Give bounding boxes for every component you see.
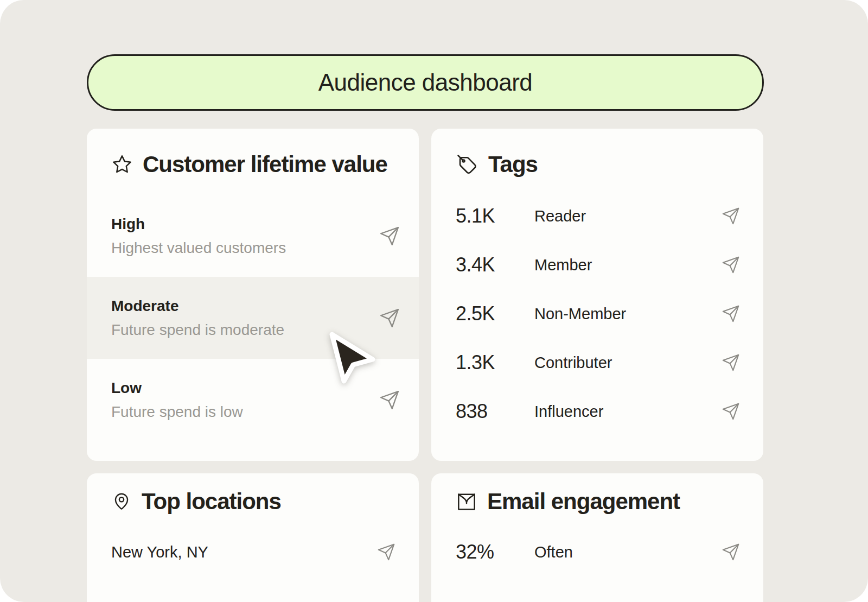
page-title: Audience dashboard <box>318 69 533 96</box>
tag-count: 838 <box>456 400 534 423</box>
customer-lifetime-value-card: Customer lifetime value High Highest val… <box>87 129 419 461</box>
locations-list: New York, NY <box>87 528 419 576</box>
tags-card: Tags 5.1K Reader 3.4K Member 2.5K Non-Me… <box>431 129 763 461</box>
clv-item-text: Moderate Future spend is moderate <box>111 297 284 339</box>
tag-row-influencer[interactable]: 838 Influencer <box>431 387 763 436</box>
email-list: 32% Often <box>431 528 763 576</box>
clv-item-text: High Highest valued customers <box>111 215 286 257</box>
clv-item-description: Future spend is low <box>111 403 243 421</box>
send-icon[interactable] <box>722 543 740 561</box>
tag-name: Influencer <box>534 403 722 421</box>
send-icon[interactable] <box>379 226 400 246</box>
card-title: Top locations <box>142 490 281 514</box>
tags-list: 5.1K Reader 3.4K Member 2.5K Non-Member … <box>431 192 763 436</box>
clv-item-low[interactable]: Low Future spend is low <box>87 359 419 441</box>
send-icon[interactable] <box>379 308 400 328</box>
map-pin-icon <box>111 491 132 512</box>
star-icon <box>111 154 133 175</box>
card-header: Tags <box>431 129 763 176</box>
tag-count: 2.5K <box>456 302 534 325</box>
clv-item-description: Future spend is moderate <box>111 321 284 339</box>
clv-item-label: High <box>111 215 286 233</box>
card-header: Email engagement <box>431 473 763 514</box>
clv-item-description: Highest valued customers <box>111 239 286 257</box>
send-icon[interactable] <box>722 305 740 323</box>
tag-name: Member <box>534 256 722 274</box>
clv-list: High Highest valued customers Moderate F… <box>87 195 419 441</box>
email-row-often[interactable]: 32% Often <box>431 528 763 576</box>
send-icon[interactable] <box>722 402 740 421</box>
card-title: Email engagement <box>487 490 680 514</box>
tag-name: Non-Member <box>534 305 722 323</box>
tag-count: 1.3K <box>456 351 534 374</box>
email-percentage: 32% <box>456 541 534 563</box>
tag-count: 5.1K <box>456 205 534 227</box>
clv-item-moderate[interactable]: Moderate Future spend is moderate <box>87 277 419 359</box>
tag-row-reader[interactable]: 5.1K Reader <box>431 192 763 240</box>
clv-item-label: Low <box>111 379 243 397</box>
clv-item-text: Low Future spend is low <box>111 379 243 421</box>
card-title: Tags <box>488 153 538 176</box>
send-icon[interactable] <box>377 543 395 561</box>
send-icon[interactable] <box>722 207 740 225</box>
tag-row-contributer[interactable]: 1.3K Contributer <box>431 338 763 387</box>
card-title: Customer lifetime value <box>143 153 387 176</box>
dashboard-title-pill: Audience dashboard <box>87 54 764 111</box>
send-icon[interactable] <box>722 353 740 372</box>
location-row-new-york[interactable]: New York, NY <box>87 528 419 576</box>
send-icon[interactable] <box>379 390 400 410</box>
tag-icon <box>456 153 478 176</box>
send-icon[interactable] <box>722 256 740 274</box>
top-locations-card: Top locations New York, NY <box>87 473 419 602</box>
audience-dashboard-page: Audience dashboard Customer lifetime val… <box>0 0 868 602</box>
location-name: New York, NY <box>111 543 377 561</box>
tag-row-non-member[interactable]: 2.5K Non-Member <box>431 289 763 338</box>
card-header: Top locations <box>87 473 419 514</box>
clv-item-label: Moderate <box>111 297 284 315</box>
tag-name: Reader <box>534 207 722 225</box>
tag-name: Contributer <box>534 354 722 372</box>
email-engagement-card: Email engagement 32% Often <box>431 473 763 602</box>
clv-item-high[interactable]: High Highest valued customers <box>87 195 419 277</box>
card-header: Customer lifetime value <box>87 129 419 176</box>
email-icon <box>456 491 477 512</box>
tag-count: 3.4K <box>456 254 534 276</box>
tag-row-member[interactable]: 3.4K Member <box>431 240 763 289</box>
email-frequency: Often <box>534 543 722 561</box>
